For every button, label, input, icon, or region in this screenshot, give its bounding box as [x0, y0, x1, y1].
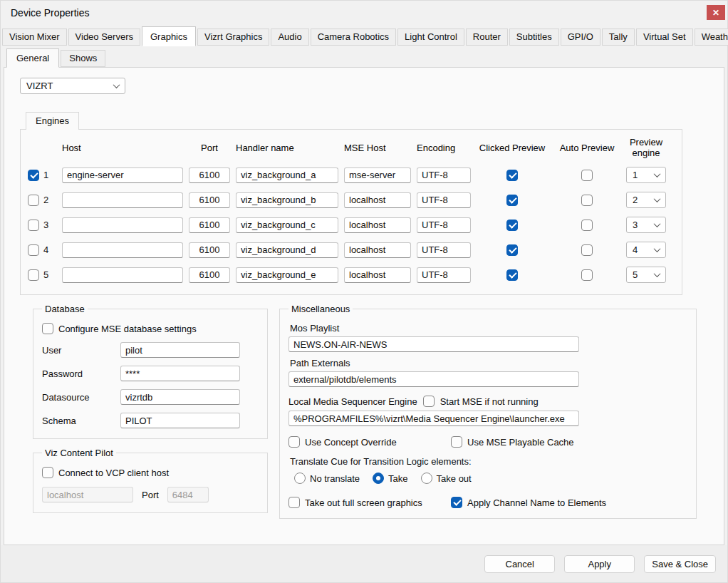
vcp-port-field[interactable] [167, 487, 209, 502]
engine-host-input[interactable] [62, 217, 183, 233]
radio-button[interactable] [421, 473, 432, 484]
tab-audio[interactable]: Audio [271, 29, 308, 46]
clicked-preview-checkbox[interactable] [506, 220, 518, 231]
radio-no-translate[interactable]: No translate [294, 473, 360, 484]
vcp-host-field[interactable] [42, 487, 133, 502]
clicked-preview-checkbox[interactable] [506, 195, 518, 206]
db-schema-row: Schema [42, 413, 259, 428]
schema-field[interactable] [120, 413, 240, 428]
engine-encoding-input[interactable] [417, 192, 471, 208]
preview-engine-value: 1 [633, 170, 638, 180]
engine-handler-input[interactable] [236, 267, 338, 283]
engine-encoding-input[interactable] [417, 267, 471, 283]
engine-port-input[interactable] [189, 167, 230, 183]
user-field[interactable] [120, 342, 240, 358]
radio-take[interactable]: Take [373, 473, 407, 484]
engine-mse-host-input[interactable] [344, 242, 411, 258]
engine-port-input[interactable] [189, 267, 230, 283]
preview-engine-select[interactable]: 1 [626, 167, 666, 183]
concept-cache-row: Use Concept Override Use MSE Playable Ca… [288, 436, 687, 448]
engine-encoding-input[interactable] [417, 217, 471, 233]
engine-mse-host-input[interactable] [344, 267, 411, 283]
preview-engine-select[interactable]: 2 [626, 192, 666, 208]
clicked-preview-checkbox[interactable] [506, 244, 518, 256]
configure-mse-db-checkbox[interactable] [42, 323, 53, 334]
tab-graphics[interactable]: Graphics [142, 26, 196, 46]
save-close-button[interactable]: Save & Close [644, 555, 716, 573]
engine-row-number: 4 [43, 244, 51, 255]
tab-vizrt-graphics[interactable]: Vizrt Graphics [197, 29, 269, 46]
engine-port-input[interactable] [189, 217, 230, 233]
engine-encoding-input[interactable] [417, 167, 471, 183]
preview-engine-value: 5 [633, 269, 638, 280]
engine-enabled-checkbox[interactable] [28, 220, 39, 231]
clicked-preview-checkbox[interactable] [506, 170, 518, 181]
engine-enabled-checkbox[interactable] [28, 244, 39, 256]
engine-row-number: 3 [43, 220, 51, 230]
apply-channel-name-checkbox[interactable] [451, 497, 462, 508]
tab-video-servers[interactable]: Video Servers [68, 29, 140, 46]
connect-vcp-checkbox[interactable] [42, 467, 53, 478]
engine-host-input[interactable] [62, 192, 183, 208]
engine-enabled-checkbox[interactable] [28, 269, 39, 281]
tab-gpio[interactable]: GPI/O [561, 29, 600, 46]
radio-take-out[interactable]: Take out [421, 473, 472, 484]
tab-subtitles[interactable]: Subtitles [509, 29, 559, 46]
engine-enabled-checkbox[interactable] [28, 195, 39, 206]
use-concept-override-checkbox[interactable] [288, 436, 300, 448]
start-mse-checkbox[interactable] [423, 396, 435, 407]
engine-mse-host-input[interactable] [344, 217, 411, 233]
engine-port-input[interactable] [189, 192, 230, 208]
graphics-type-select[interactable]: VIZRT [20, 78, 125, 94]
password-field[interactable] [120, 366, 240, 381]
radio-button[interactable] [294, 473, 306, 484]
clicked-preview-checkbox[interactable] [506, 269, 518, 281]
tab-camera-robotics[interactable]: Camera Robotics [311, 29, 396, 46]
engine-encoding-input[interactable] [417, 242, 471, 258]
path-externals-input[interactable] [288, 371, 579, 387]
tab-light-control[interactable]: Light Control [397, 29, 464, 46]
tab-virtual-set[interactable]: Virtual Set [636, 29, 693, 46]
engine-mse-host-input[interactable] [344, 167, 411, 183]
datasource-field[interactable] [120, 389, 240, 405]
engine-mse-host-input[interactable] [344, 192, 411, 208]
tab-weather[interactable]: Weather [695, 29, 728, 46]
engine-port-input[interactable] [189, 242, 230, 258]
engine-handler-input[interactable] [236, 242, 338, 258]
radio-button[interactable] [373, 473, 384, 484]
tab-shows[interactable]: Shows [61, 50, 105, 67]
tab-general[interactable]: General [6, 48, 59, 68]
mos-playlist-input[interactable] [288, 336, 579, 352]
translate-cue-label: Translate Cue for Transition Logic eleme… [290, 456, 687, 467]
apply-button[interactable]: Apply [564, 555, 635, 573]
engine-handler-input[interactable] [236, 217, 338, 233]
tab-tally[interactable]: Tally [602, 29, 635, 46]
apply-channel-name-row: Apply Channel Name to Elements [451, 497, 606, 508]
radio-label: Take out [437, 473, 472, 484]
engine-enabled-checkbox[interactable] [28, 170, 39, 181]
close-button[interactable]: ✕ [707, 5, 725, 20]
use-mse-playable-cache-checkbox[interactable] [451, 436, 462, 448]
tab-vision-mixer[interactable]: Vision Mixer [2, 29, 67, 46]
take-out-full-screen-checkbox[interactable] [288, 497, 300, 508]
engine-host-input[interactable] [62, 267, 183, 283]
schema-label: Schema [42, 416, 120, 426]
auto-preview-checkbox[interactable] [581, 170, 593, 181]
engine-handler-input[interactable] [236, 167, 338, 183]
engine-row: 2 2 [28, 192, 675, 208]
auto-preview-checkbox[interactable] [581, 220, 593, 231]
cancel-button[interactable]: Cancel [484, 555, 555, 573]
password-label: Password [42, 368, 120, 379]
tab-router[interactable]: Router [466, 29, 508, 46]
tab-engines[interactable]: Engines [26, 112, 79, 130]
preview-engine-select[interactable]: 5 [626, 267, 666, 283]
auto-preview-checkbox[interactable] [581, 195, 593, 206]
engine-host-input[interactable] [62, 167, 183, 183]
auto-preview-checkbox[interactable] [581, 269, 593, 281]
local-mse-path-input[interactable] [288, 411, 579, 426]
preview-engine-select[interactable]: 4 [626, 242, 666, 258]
engine-handler-input[interactable] [236, 192, 338, 208]
engine-host-input[interactable] [62, 242, 183, 258]
auto-preview-checkbox[interactable] [581, 244, 593, 256]
preview-engine-select[interactable]: 3 [626, 217, 666, 233]
